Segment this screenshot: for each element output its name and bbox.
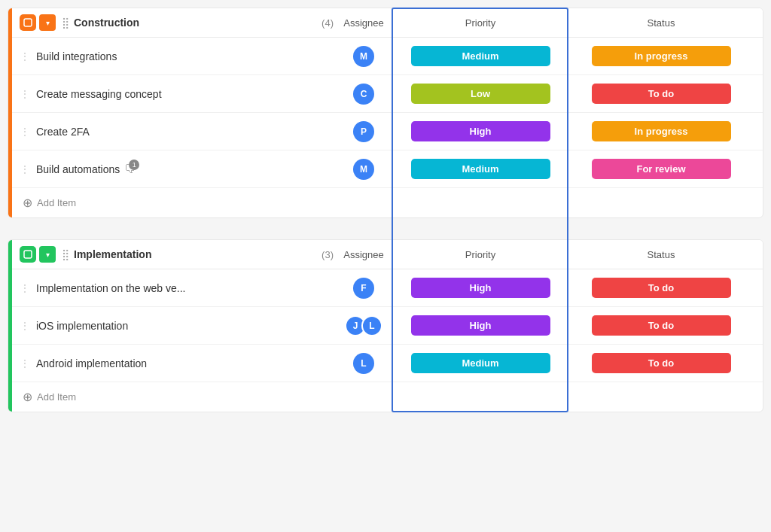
status-column: For review [567, 159, 755, 179]
avatar[interactable]: C [353, 84, 374, 105]
assignee-column: L [334, 353, 394, 374]
task-name[interactable]: Build automations🗨1 [36, 163, 334, 176]
status-column: To do [567, 315, 755, 336]
priority-badge[interactable]: Medium [411, 46, 550, 66]
status-badge[interactable]: For review [592, 159, 731, 179]
column-header-status: Status [567, 249, 755, 260]
avatar[interactable]: M [353, 46, 374, 67]
group-collapse-button[interactable]: ▾ [39, 246, 56, 263]
group-construction: ▾⣿Construction(4)AssigneePriorityStatus⋮… [8, 8, 763, 218]
priority-column: Low [394, 84, 567, 104]
task-row: ⋮iOS implementationJLHighTo do [12, 307, 763, 345]
avatar[interactable]: L [361, 315, 382, 336]
status-badge[interactable]: To do [592, 84, 731, 104]
priority-badge[interactable]: High [411, 278, 550, 298]
svg-rect-0 [24, 19, 32, 26]
status-badge[interactable]: To do [592, 353, 731, 373]
row-drag-handle[interactable]: ⋮ [20, 357, 30, 369]
status-badge[interactable]: To do [592, 278, 731, 298]
status-badge[interactable]: To do [592, 315, 731, 336]
priority-badge[interactable]: Low [411, 84, 550, 104]
status-column: In progress [567, 46, 755, 66]
assignee-column: M [334, 46, 394, 67]
priority-badge[interactable]: High [411, 121, 550, 141]
comment-badge: 1 [129, 160, 139, 170]
column-header-assignee: Assignee [334, 249, 394, 260]
group-header-row: ▾⣿Construction(4)AssigneePriorityStatus [12, 8, 763, 38]
row-drag-handle[interactable]: ⋮ [20, 50, 30, 62]
assignee-column: C [334, 84, 394, 105]
group-count: (4) [322, 17, 334, 29]
status-badge[interactable]: In progress [592, 46, 731, 66]
task-name[interactable]: iOS implementation [36, 320, 334, 332]
add-item-button[interactable]: ⊕Add Item [12, 188, 763, 217]
priority-column: Medium [394, 353, 567, 373]
status-column: To do [567, 353, 755, 373]
row-drag-handle[interactable]: ⋮ [20, 320, 30, 332]
task-name[interactable]: Create messaging concept [36, 88, 334, 100]
column-header-status: Status [567, 17, 755, 29]
group-drag-handle[interactable]: ⣿ [62, 248, 69, 260]
task-name[interactable]: Create 2FA [36, 126, 334, 138]
avatar[interactable]: M [353, 159, 374, 180]
group-name: Construction [74, 17, 317, 29]
main-container: ▾⣿Construction(4)AssigneePriorityStatus⋮… [8, 8, 763, 412]
priority-column: High [394, 278, 567, 298]
priority-column: Medium [394, 159, 567, 179]
priority-badge[interactable]: Medium [411, 159, 550, 179]
task-row: ⋮Build integrationsMMediumIn progress [12, 38, 763, 75]
group-name: Implementation [74, 248, 317, 260]
assignee-column: P [334, 121, 394, 142]
priority-badge[interactable]: High [411, 315, 550, 336]
status-column: To do [567, 84, 755, 104]
avatar[interactable]: L [353, 353, 374, 374]
priority-badge[interactable]: Medium [411, 353, 550, 373]
task-name[interactable]: Android implementation [36, 357, 334, 369]
status-column: To do [567, 278, 755, 298]
task-row: ⋮Implementation on the web ve...FHighTo … [12, 269, 763, 307]
column-header-priority: Priority [394, 17, 567, 29]
plus-icon: ⊕ [23, 390, 32, 404]
assignee-column: M [334, 159, 394, 180]
svg-rect-1 [24, 251, 32, 258]
task-row: ⋮Create 2FAPHighIn progress [12, 113, 763, 150]
status-column: In progress [567, 121, 755, 141]
row-drag-handle[interactable]: ⋮ [20, 126, 30, 138]
add-item-label: Add Item [37, 391, 76, 403]
column-header-assignee: Assignee [334, 17, 394, 29]
assignee-column: JL [334, 315, 394, 336]
group-count: (3) [322, 249, 334, 260]
plus-icon: ⊕ [23, 196, 32, 210]
add-item-button[interactable]: ⊕Add Item [12, 382, 763, 412]
group-checkbox[interactable] [20, 14, 36, 31]
row-drag-handle[interactable]: ⋮ [20, 163, 30, 175]
task-row: ⋮Build automations🗨1MMediumFor review [12, 150, 763, 188]
status-badge[interactable]: In progress [592, 121, 731, 141]
task-row: ⋮Create messaging conceptCLowTo do [12, 75, 763, 113]
priority-column: Medium [394, 46, 567, 66]
group-implementation: ▾⣿Implementation(3)AssigneePriorityStatu… [8, 239, 763, 412]
group-checkbox[interactable] [20, 246, 36, 263]
priority-column: High [394, 315, 567, 336]
task-row: ⋮Android implementationLMediumTo do [12, 345, 763, 382]
add-item-label: Add Item [37, 197, 76, 208]
assignee-column: F [334, 278, 394, 299]
priority-column: High [394, 121, 567, 141]
row-drag-handle[interactable]: ⋮ [20, 88, 30, 100]
group-collapse-button[interactable]: ▾ [39, 14, 56, 31]
group-header-row: ▾⣿Implementation(3)AssigneePriorityStatu… [12, 240, 763, 269]
avatar[interactable]: F [353, 278, 374, 299]
task-name[interactable]: Build integrations [36, 50, 334, 62]
column-header-priority: Priority [394, 249, 567, 260]
task-name[interactable]: Implementation on the web ve... [36, 282, 334, 294]
row-drag-handle[interactable]: ⋮ [20, 282, 30, 294]
avatar[interactable]: P [353, 121, 374, 142]
group-drag-handle[interactable]: ⣿ [62, 17, 69, 29]
